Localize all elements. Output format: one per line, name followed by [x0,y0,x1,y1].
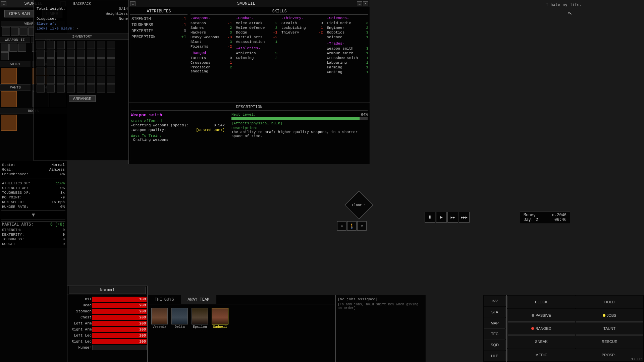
inv-slot-15[interactable] [97,50,105,58]
inv-slot-17[interactable] [37,58,45,66]
member-vesemir[interactable]: Vesemir [151,308,168,329]
inv-slot-27[interactable] [57,67,65,75]
next-level-container: Next Level: 94% [231,113,368,120]
inv-slot-42[interactable] [47,84,55,93]
inv-slot-28[interactable] [67,67,75,75]
inv-slot-14[interactable] [87,50,95,58]
inv-slot-6[interactable] [87,41,95,49]
sqd-button[interactable]: SQD [484,340,505,350]
inv-slot-13[interactable] [77,50,85,58]
inv-slot-26[interactable] [47,67,55,75]
inv-slot-8[interactable] [107,41,115,49]
weapon1-slot-3[interactable] [19,27,28,36]
inv-slot-2[interactable] [47,41,55,49]
passive-button[interactable]: PASSIVE [507,309,575,321]
jobs-button[interactable]: JOBS [576,309,643,321]
inv-slot-47[interactable] [97,84,105,93]
money-label: Money [524,213,536,218]
nav-arrow-next-next[interactable]: » [357,221,367,231]
inv-slot-35[interactable] [57,76,65,84]
inv-slot-37[interactable] [77,76,85,84]
inv-slot-11[interactable] [57,50,65,58]
nav-arrow-walk-icon[interactable]: 🚶 [347,221,357,231]
inv-slot-16[interactable] [107,50,115,58]
boots-slot[interactable] [1,115,17,131]
inv-slot-21[interactable] [77,58,85,66]
inv-slot-44[interactable] [67,84,75,93]
weapon1-slot-1[interactable] [2,27,10,36]
minimize-btn-left[interactable]: _ [1,1,6,6]
member-delta-name: Delta [175,325,185,329]
inv-slot-38[interactable] [87,76,95,84]
fast-forward-button[interactable]: ▶▶ [447,212,458,223]
inv-slot-36[interactable] [67,76,75,84]
inv-slot-19[interactable] [57,58,65,66]
inv-slot-40[interactable] [107,76,115,84]
inv-slot-30[interactable] [87,67,95,75]
inv-slot-22[interactable] [87,58,95,66]
inv-slot-48[interactable] [107,84,115,93]
pants-slot[interactable] [1,91,17,107]
tab-away-team[interactable]: AWAY TEAM [181,295,217,304]
tec-button[interactable]: TEC [484,328,505,339]
nav-arrow-prev-prev[interactable]: « [337,221,346,231]
inv-slot-25[interactable] [37,67,45,75]
fast-forward-2-button[interactable]: ▶▶▶ [459,212,470,223]
member-delta[interactable]: Delta [171,308,188,329]
open-bag-button[interactable]: OPEN BAG [4,10,35,17]
inv-slot-12[interactable] [67,50,75,58]
sneak-button[interactable]: SNEAK [507,335,575,348]
weapon1-slot-2[interactable] [11,27,19,36]
skill-melee-defence: Melee defence 3 [236,25,278,30]
inv-slot-5[interactable] [77,41,85,49]
arrange-button[interactable]: ARRANGE [69,95,96,102]
inv-slot-4[interactable] [67,41,75,49]
inv-slot-20[interactable] [67,58,75,66]
mode-display[interactable]: Normal [69,287,146,294]
health-chest-fill [92,315,147,320]
health-right-arm-val: 200 [139,327,146,332]
weapon2-slot-2[interactable] [9,44,17,52]
inv-slot-43[interactable] [57,84,65,93]
inv-slot-46[interactable] [87,84,95,93]
inv-slot-3[interactable] [57,41,65,49]
inv-slot-23[interactable] [97,58,105,66]
inv-slot-39[interactable] [97,76,105,84]
ranged-button[interactable]: RANGED [507,322,575,335]
weapon2-slot-3[interactable] [18,44,26,52]
close-btn-main[interactable]: ✕ [363,1,368,6]
inv-button[interactable]: INV [484,296,505,306]
minimize-btn-main[interactable]: _ [130,1,136,6]
medic-button[interactable]: MEDIC [507,349,575,361]
inv-slot-41[interactable] [37,84,45,93]
inv-slot-45[interactable] [77,84,85,93]
map-button[interactable]: MAP [484,318,505,328]
floor-indicator-container: Floor 1 [345,192,372,219]
inv-slot-24[interactable] [107,58,115,66]
inv-slot-33[interactable] [37,76,45,84]
pause-button[interactable]: ⏸ [425,212,435,223]
weapon2-slot-4[interactable] [1,52,9,60]
inv-slot-32[interactable] [107,67,115,75]
inv-slot-29[interactable] [77,67,85,75]
rescue-button[interactable]: RESCUE [576,335,643,348]
hold-button[interactable]: HOLD [576,296,643,308]
taunt-button[interactable]: TAUNT [576,322,643,335]
inv-slot-1[interactable] [37,41,45,49]
minimize-btn-main-2[interactable]: _ [357,1,362,6]
inv-slot-7[interactable] [97,41,105,49]
shirt-slot[interactable] [1,68,17,84]
inv-slot-18[interactable] [47,58,55,66]
inv-slot-10[interactable] [47,50,55,58]
tab-the-guys[interactable]: THE GUYS [148,295,181,304]
member-epsilon[interactable]: Epsilon [192,308,208,329]
inv-slot-9[interactable] [37,50,45,58]
member-sadneil[interactable]: Sadneil [212,308,228,329]
play-button[interactable]: ▶ [436,212,447,223]
sta-button[interactable]: STA [484,307,505,317]
inv-slot-31[interactable] [97,67,105,75]
inv-slot-34[interactable] [47,76,55,84]
block-button[interactable]: BLOCK [507,296,575,308]
hlp-button[interactable]: HLP [484,351,505,361]
weapon2-slot-1[interactable] [1,44,9,52]
